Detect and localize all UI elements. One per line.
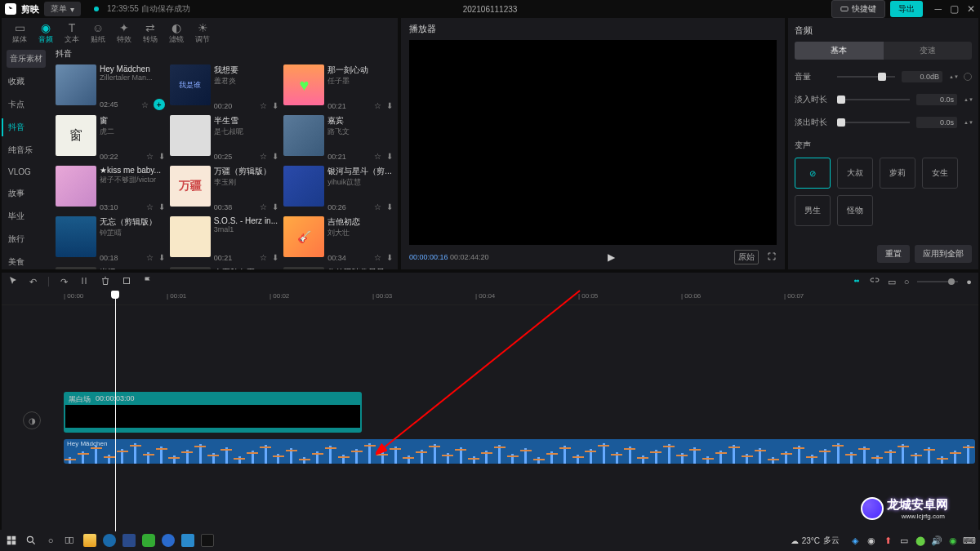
player-viewport[interactable] <box>409 40 777 245</box>
media-item[interactable]: 我是谁 我想要 盖君炎 00:20 ☆ ⬇ <box>170 64 279 110</box>
media-thumb[interactable] <box>56 166 96 207</box>
favorite-icon[interactable]: ☆ <box>260 253 267 262</box>
search-icon[interactable] <box>24 534 38 547</box>
media-item[interactable]: 嘉宾 路飞文 00:21 ☆ ⬇ <box>283 115 393 161</box>
volume-reset-icon[interactable] <box>964 73 972 81</box>
media-item[interactable]: 春夏秋冬夏 <box>170 267 279 269</box>
download-icon[interactable]: ⬇ <box>158 202 165 211</box>
favorite-icon[interactable]: ☆ <box>146 202 154 211</box>
download-icon[interactable]: ⬇ <box>158 152 165 161</box>
media-category-8[interactable]: 旅行 <box>2 230 51 248</box>
media-category-0[interactable]: 音乐素材 <box>7 50 46 68</box>
media-item[interactable]: 半生雪 是七叔呢 00:25 ☆ ⬇ <box>170 115 279 161</box>
media-item[interactable]: 银河与星斗（剪... yihuik苡慧 00:26 ☆ ⬇ <box>283 166 393 211</box>
wechat-icon[interactable] <box>142 534 155 547</box>
media-thumb[interactable] <box>283 115 324 156</box>
weather-widget[interactable]: ☁ 23°C 多云 <box>791 535 840 546</box>
fullscreen-button[interactable] <box>767 251 777 263</box>
volume-value[interactable]: 0.0dB <box>902 71 942 82</box>
cortana-icon[interactable]: ○ <box>44 534 57 547</box>
favorite-icon[interactable]: ☆ <box>141 100 149 109</box>
favorite-icon[interactable]: ☆ <box>374 253 381 262</box>
media-tab-4[interactable]: ✦特效 <box>111 21 137 45</box>
export-button[interactable]: 导出 <box>890 1 923 17</box>
media-tab-6[interactable]: ◐滤镜 <box>163 21 189 45</box>
media-item[interactable]: 万疆 万疆（剪辑版） 李玉刚 00:38 ☆ ⬇ <box>170 166 279 211</box>
media-thumb[interactable]: 我是谁 <box>170 64 211 105</box>
zoom-out-icon[interactable]: ○ <box>904 277 910 287</box>
voice-option-5[interactable]: 怪物 <box>837 195 873 226</box>
ratio-button[interactable]: 原始 <box>734 250 759 264</box>
preview-icon[interactable]: ▭ <box>888 277 896 287</box>
tray-gpu-icon[interactable]: ⬤ <box>915 535 926 546</box>
download-icon[interactable]: ⬇ <box>158 253 165 262</box>
props-tab-basic[interactable]: 基本 <box>795 42 884 60</box>
link-icon[interactable] <box>870 276 880 287</box>
audio-clip[interactable]: Hey Mädchen <box>64 439 975 464</box>
media-category-1[interactable]: 收藏 <box>2 73 51 91</box>
favorite-icon[interactable]: ☆ <box>260 202 267 211</box>
media-item[interactable]: ★kiss me baby... 裙子不够甜/victor 03:10 ☆ ⬇ <box>56 166 165 211</box>
media-thumb[interactable]: 万疆 <box>170 166 211 207</box>
media-item[interactable]: 🎸 吉他初恋 刘大壮 00:34 ☆ ⬇ <box>283 216 393 262</box>
redo-icon[interactable]: ↷ <box>60 277 68 287</box>
favorite-icon[interactable]: ☆ <box>260 152 267 161</box>
undo-icon[interactable]: ↶ <box>29 277 37 287</box>
download-icon[interactable]: ⬇ <box>272 253 278 262</box>
close-button[interactable]: ✕ <box>967 3 975 15</box>
props-reset-button[interactable]: 重置 <box>877 245 910 263</box>
playhead[interactable] <box>115 291 116 531</box>
fadeout-value[interactable]: 0.0s <box>916 117 957 128</box>
favorite-icon[interactable]: ☆ <box>146 253 154 262</box>
volume-stepper[interactable]: ▲▼ <box>949 74 957 79</box>
voice-option-4[interactable]: 男生 <box>795 195 831 226</box>
zoom-slider[interactable] <box>917 281 958 282</box>
volume-slider[interactable] <box>837 76 895 78</box>
jianying-icon[interactable] <box>201 534 214 547</box>
app4-icon[interactable] <box>181 534 194 547</box>
media-tab-2[interactable]: T文本 <box>59 21 85 45</box>
media-item[interactable]: 你的眼睛像星星 <box>283 267 393 269</box>
crop-icon[interactable] <box>122 276 131 287</box>
fadeout-stepper[interactable]: ▲▼ <box>964 120 972 125</box>
media-item[interactable]: 无忘（剪辑版） 钟芷晴 00:18 ☆ ⬇ <box>56 216 165 262</box>
media-category-4[interactable]: 纯音乐 <box>2 141 51 159</box>
media-tab-3[interactable]: ☺贴纸 <box>85 21 111 45</box>
fadein-stepper[interactable]: ▲▼ <box>964 97 972 102</box>
app3-icon[interactable] <box>162 534 175 547</box>
tray-volume-icon[interactable]: 🔊 <box>931 535 942 546</box>
voice-option-2[interactable]: 萝莉 <box>880 158 915 189</box>
media-tab-7[interactable]: ☀调节 <box>189 21 216 45</box>
media-category-7[interactable]: 毕业 <box>2 207 51 225</box>
download-icon[interactable]: ⬇ <box>272 202 278 211</box>
taskview-icon[interactable] <box>64 534 77 547</box>
tray-input-icon[interactable]: ⌨ <box>964 535 975 546</box>
favorite-icon[interactable]: ☆ <box>374 101 381 110</box>
fadein-slider[interactable] <box>837 99 910 100</box>
voice-option-0[interactable]: ⊘ <box>795 158 831 189</box>
media-thumb[interactable] <box>283 64 324 105</box>
media-thumb[interactable] <box>56 64 96 105</box>
media-item[interactable]: 半远 <box>56 267 165 269</box>
download-icon[interactable]: ⬇ <box>386 152 393 161</box>
minimize-button[interactable]: ─ <box>934 3 942 15</box>
media-thumb[interactable] <box>283 166 324 207</box>
explorer-icon[interactable] <box>83 534 96 547</box>
pointer-tool-icon[interactable] <box>8 276 18 287</box>
favorite-icon[interactable]: ☆ <box>260 101 267 110</box>
tray-usb-icon[interactable]: ⬆ <box>882 535 893 546</box>
shortcuts-button[interactable]: 快捷键 <box>831 0 885 18</box>
media-item[interactable]: S.O.S. - Herz in... 3mal1 00:21 ☆ ⬇ <box>170 216 279 262</box>
media-tab-0[interactable]: ▭媒体 <box>7 21 33 45</box>
favorite-icon[interactable]: ☆ <box>374 152 381 161</box>
delete-icon[interactable] <box>100 276 110 287</box>
media-item[interactable]: Hey Mädchen Zillertaler Man... 02:45 ☆ + <box>56 64 165 110</box>
download-icon[interactable]: ⬇ <box>386 253 393 262</box>
voice-option-1[interactable]: 大叔 <box>837 158 873 189</box>
media-thumb[interactable]: 窗 <box>56 115 96 156</box>
media-item[interactable]: 那一刻心动 任子墨 00:21 ☆ ⬇ <box>283 64 393 110</box>
props-tab-speed[interactable]: 变速 <box>884 42 973 60</box>
favorite-icon[interactable]: ☆ <box>146 152 154 161</box>
zoom-in-icon[interactable]: ● <box>966 277 972 287</box>
favorite-icon[interactable]: ☆ <box>374 202 381 211</box>
